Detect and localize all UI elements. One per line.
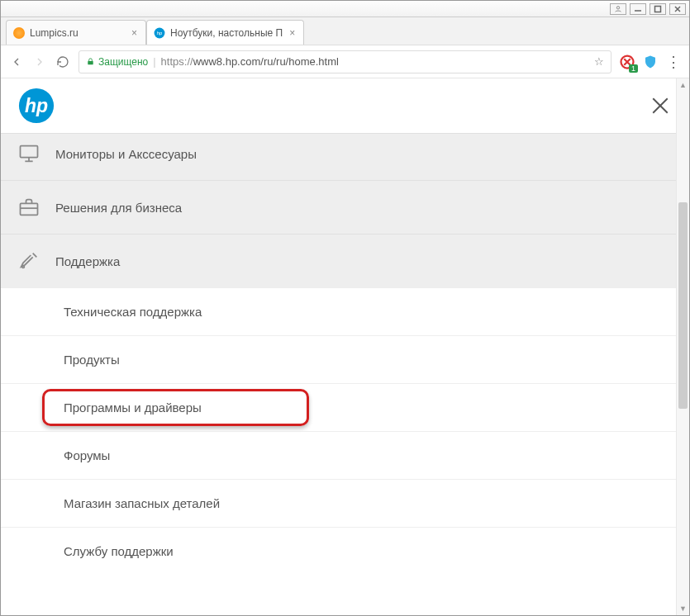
extension-badge: 1 [629,64,638,73]
svg-text:hp: hp [25,95,48,116]
extension-adblock-icon[interactable]: 1 [620,54,635,69]
briefcase-icon [17,196,40,219]
submenu-item-support-service[interactable]: Службу поддержки [1,527,689,575]
browser-tab[interactable]: hp Ноутбуки, настольные П × [146,20,304,45]
svg-rect-7 [88,61,93,64]
page-viewport: hp Мониторы и Акссесуары Решен [1,78,689,615]
submenu-item-tech-support[interactable]: Техническая поддержка [1,287,689,335]
forward-button[interactable] [32,54,47,69]
submenu-item-label: Форумы [64,448,110,462]
support-submenu: Техническая поддержка Продукты Программы… [1,287,689,575]
reload-button[interactable] [55,54,70,69]
hp-header: hp [1,78,689,133]
bookmark-star-icon[interactable]: ☆ [594,55,604,68]
svg-rect-2 [655,6,661,12]
window-maximize-button[interactable] [650,3,666,15]
browser-tabs-row: Lumpics.ru × hp Ноутбуки, настольные П × [1,17,689,45]
favicon-icon [13,27,25,39]
window-user-icon[interactable] [610,3,626,15]
tab-title: Ноутбуки, настольные П [170,27,283,39]
lock-icon [86,57,95,66]
address-bar[interactable]: Защищено | https://www8.hp.com/ru/ru/hom… [79,50,611,73]
extensions-area: 1 ⋮ [620,54,681,69]
svg-rect-13 [21,146,38,158]
monitor-icon [17,142,40,165]
submenu-item-label: Магазин запасных деталей [64,496,220,510]
svg-text:hp: hp [157,31,163,36]
tab-close-icon[interactable]: × [288,27,297,39]
menu-item-label: Поддержка [55,254,120,268]
page-content: hp Мониторы и Акссесуары Решен [1,78,689,615]
hp-logo-icon[interactable]: hp [17,87,55,125]
submenu-item-label: Службу поддержки [64,544,174,558]
svg-point-18 [22,266,25,268]
extension-shield-icon[interactable] [643,54,658,69]
secure-label: Защищено [98,56,148,68]
close-menu-button[interactable] [648,93,673,118]
submenu-item-forums[interactable]: Форумы [1,431,689,479]
submenu-item-software-drivers[interactable]: Программы и драйверы [1,383,689,431]
submenu-item-products[interactable]: Продукты [1,335,689,383]
menu-item-label: Решения для бизнеса [55,201,182,215]
svg-rect-16 [21,203,38,215]
tab-close-icon[interactable]: × [130,27,139,39]
browser-window: Lumpics.ru × hp Ноутбуки, настольные П ×… [0,0,690,616]
window-minimize-button[interactable] [630,3,646,15]
tab-title: Lumpics.ru [30,27,79,39]
secure-indicator: Защищено [86,56,148,68]
back-button[interactable] [9,54,24,69]
svg-point-0 [616,6,619,8]
scroll-up-icon[interactable]: ▲ [677,78,689,92]
submenu-item-label: Продукты [64,353,120,367]
window-close-button[interactable] [669,3,686,15]
submenu-item-parts-store[interactable]: Магазин запасных деталей [1,479,689,527]
window-titlebar [1,1,689,17]
submenu-item-label: Техническая поддержка [64,305,202,319]
menu-item-business[interactable]: Решения для бизнеса [1,180,689,234]
menu-item-label: Мониторы и Акссесуары [55,147,197,161]
browser-tab[interactable]: Lumpics.ru × [6,20,146,45]
favicon-icon: hp [154,27,165,39]
submenu-item-label: Программы и драйверы [64,400,202,415]
scroll-down-icon[interactable]: ▼ [677,602,689,615]
separator: | [153,55,155,68]
scroll-thumb[interactable] [678,202,688,409]
main-menu: Мониторы и Акссесуары Решения для бизнес… [1,133,689,287]
browser-toolbar: Защищено | https://www8.hp.com/ru/ru/hom… [1,45,689,78]
scrollbar[interactable]: ▲ ▼ [676,78,689,615]
support-icon [17,249,40,272]
menu-item-monitors[interactable]: Мониторы и Акссесуары [1,133,689,180]
menu-item-support[interactable]: Поддержка [1,234,689,287]
url-text: https://www8.hp.com/ru/ru/home.html [161,55,339,68]
